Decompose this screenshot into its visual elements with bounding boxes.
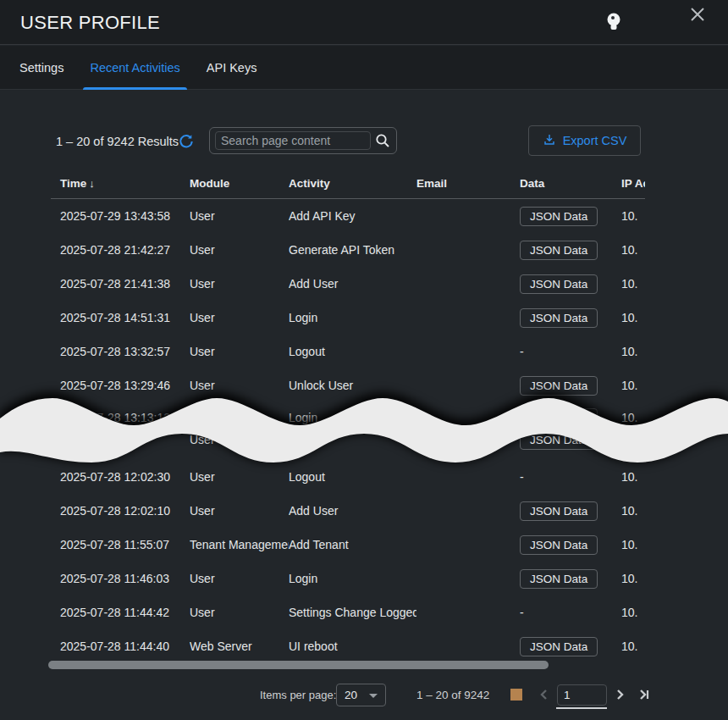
column-header-email[interactable]: Email [416,177,520,190]
column-header-data[interactable]: Data [520,177,621,190]
table-row: 2025-07-28 21:41:38 User Add User JSON D… [51,267,645,301]
table-body-torn: 2025-07-28 13:13:12 User Login JSON Data… [51,407,645,460]
refresh-icon[interactable] [178,133,195,150]
cell-ip: 10. [621,470,645,484]
cell-time: 2025-07-29 13:43:58 [51,209,190,223]
json-data-button[interactable]: JSON Data [520,569,598,589]
horizontal-scrollbar-thumb[interactable] [48,661,549,669]
last-page-icon[interactable] [635,687,652,702]
cell-activity: Generate API Token [289,243,416,257]
cell-module: User [190,311,289,324]
table-row: 2025-07-28 14:51:31 User Login JSON Data… [51,301,645,335]
json-data-button[interactable]: JSON Data [520,501,598,521]
table-row: 2025-07-28 13:29:46 User Unlock User JSO… [51,368,645,402]
json-data-button[interactable]: JSON Data [520,408,598,428]
cell-data: JSON Data [520,376,621,396]
json-data-button[interactable]: JSON Data [520,241,598,260]
cell-time: 2025-07-28 13:13:12 [51,411,190,424]
cell-activity: Logout [289,470,416,484]
cell-data: JSON Data [520,207,621,226]
table-header-row: Time↓ Module Activity Email Data IP Addr… [51,168,645,199]
cell-activity: Login [289,311,416,324]
cell-ip: 10. [621,277,645,291]
cell-module: User [190,345,289,358]
cell-time: 2025-07-28 11:46:03 [51,572,190,585]
lightbulb-icon[interactable] [604,10,623,36]
table-row: 2025-07-28 11:44:42 User Settings Change… [51,595,645,629]
tab-recent-activities[interactable]: Recent Activities [90,46,179,90]
cell-activity: Logout [289,345,416,358]
cell-ip: 10. [621,345,645,358]
json-data-button[interactable]: JSON Data [520,207,598,226]
cell-time: 2025-07-28 12:02:10 [51,504,190,518]
items-per-page-select[interactable]: 20 [336,684,386,706]
json-data-button[interactable]: JSON Data [520,308,598,328]
table-row: 2025-07-28 11:44:40 Web Server UI reboot… [51,629,645,660]
table-row: 2025-07-28 21:42:27 User Generate API To… [51,233,645,267]
search-icon[interactable] [375,133,390,148]
table-row: 2025-07-28 13:13:12 User Login JSON Data… [51,407,645,429]
column-header-module[interactable]: Module [190,177,289,190]
json-data-button[interactable]: JSON Data [520,274,598,294]
json-data-button[interactable]: JSON Data [520,535,598,555]
activities-table: Time↓ Module Activity Email Data IP Addr… [51,168,645,660]
tab-bar: Settings Recent Activities API Keys [0,46,728,90]
cell-time: 2025-07-28 11:44:40 [51,640,190,653]
cell-ip: 10. [621,243,645,257]
cell-time: 2025-07-28 14:51:31 [51,311,190,324]
export-csv-label: Export CSV [563,134,627,147]
cell-data: JSON Data [520,637,621,656]
cell-activity: Login [289,572,416,585]
cell-ip: 10. [621,572,645,585]
cell-data: JSON Data [520,501,621,521]
cell-module: User [190,277,289,291]
cell-ip: 10. [621,606,645,619]
cell-time: 2025-07-28 13:32:57 [51,345,190,358]
cell-data: JSON Data [520,241,621,260]
chevron-down-icon [369,694,378,698]
table-row: 2025-07-28 13:32:57 User Logout - 10. [51,335,645,368]
cell-data: JSON Data [520,569,621,589]
cell-time: 2025-07-28 12:02:30 [51,470,190,484]
cell-data: - [520,470,621,484]
cell-module: User [190,504,289,518]
cell-activity: Add Tenant [289,538,416,551]
search-widget [209,127,397,154]
column-header-time[interactable]: Time↓ [51,177,190,190]
cell-ip: 10. [621,311,645,324]
modal-titlebar: USER PROFILE [0,0,728,45]
page-number-input[interactable] [557,684,607,706]
previous-page-icon[interactable] [537,687,552,702]
pagination-footer: Items per page: 20 1 – 20 of 9242 [0,682,728,720]
items-per-page-label: Items per page: [260,689,336,701]
tab-api-keys[interactable]: API Keys [207,46,257,90]
cell-time: 2025-07-28 11:55:07 [51,538,190,551]
json-data-button[interactable]: JSON Data [520,430,598,450]
cell-time: 2025-07-28 11:44:42 [51,606,190,619]
cell-module: User [190,433,289,446]
user-profile-modal: USER PROFILE Settings Recent Activities … [0,0,728,720]
table-body-after: 2025-07-28 12:02:30 User Logout - 10. 20… [51,460,645,660]
close-icon[interactable] [687,4,708,25]
sort-desc-icon: ↓ [89,177,95,190]
tab-settings[interactable]: Settings [19,46,63,90]
cell-module: User [190,243,289,257]
cell-module: User [190,606,289,619]
page-title: USER PROFILE [20,12,160,34]
cell-module: User [190,470,289,484]
cell-data: - [520,606,621,619]
json-data-button[interactable]: JSON Data [520,376,598,396]
page-marker-swatch [510,689,522,701]
json-data-button[interactable]: JSON Data [520,637,598,656]
column-header-activity[interactable]: Activity [289,177,416,190]
table-body-before: 2025-07-29 13:43:58 User Add API Key JSO… [51,199,645,402]
table-row: 2025-07-29 13:43:58 User Add API Key JSO… [51,199,645,233]
cell-activity: Add API Key [289,209,416,223]
no-data-dash: - [520,470,524,484]
cell-activity: Login [289,411,416,424]
cell-module: User [190,572,289,585]
column-header-ip[interactable]: IP Address [621,177,645,190]
export-csv-button[interactable]: Export CSV [528,125,641,156]
search-input[interactable] [215,131,371,150]
next-page-icon[interactable] [612,687,627,702]
